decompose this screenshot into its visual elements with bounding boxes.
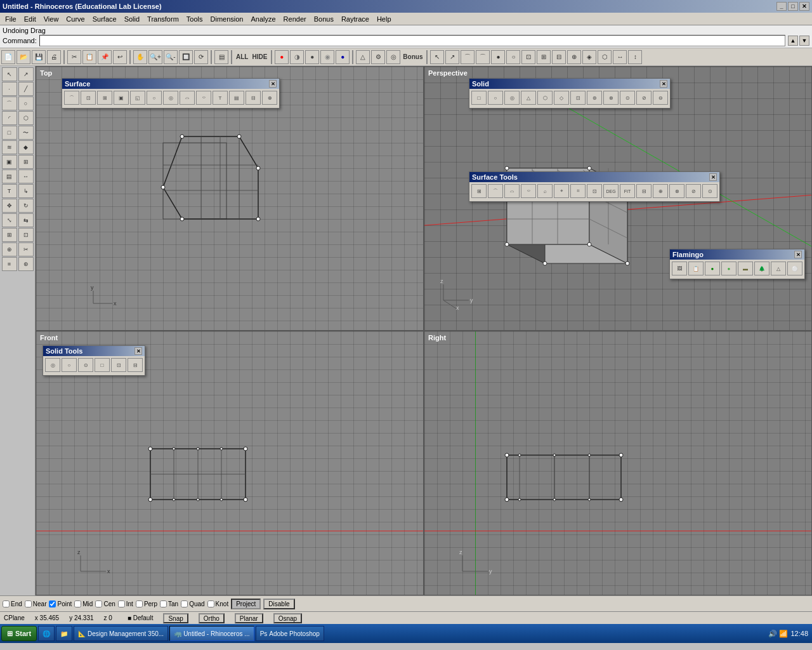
solid-btn12[interactable]: ⊖ — [653, 91, 668, 105]
tb-zoom-all[interactable]: 🔲 — [179, 50, 193, 64]
snap-near[interactable]: Near — [25, 600, 47, 607]
fl-btn3[interactable]: ● — [705, 262, 720, 275]
sb-curve[interactable]: ⌒ — [2, 96, 17, 110]
st-btn4[interactable]: ⌔ — [521, 184, 536, 198]
viewport-top[interactable]: Top Surface ✕ ⌒ ⊡ ⊞ ▣ ◱ ○ ◎ — [36, 66, 424, 331]
tb-bonus[interactable]: Bonus — [402, 53, 424, 60]
snap-toggle[interactable]: Snap — [163, 613, 188, 623]
fl-btn5[interactable]: ▬ — [738, 262, 753, 275]
taskbar-rhino[interactable]: 🦏 Untitled - Rhinoceros ... — [169, 626, 254, 641]
sb-hatch[interactable]: ▤ — [2, 169, 17, 183]
tb-snap3[interactable]: ⌒ — [461, 50, 475, 64]
sb-solid[interactable]: ◆ — [18, 140, 34, 154]
menu-analyze[interactable]: Analyze — [247, 14, 279, 24]
ortho-toggle[interactable]: Ortho — [199, 613, 225, 623]
snap-int[interactable]: Int — [118, 600, 133, 607]
solid-tools-titlebar[interactable]: Solid Tools ✕ — [43, 346, 145, 356]
sb-arc[interactable]: ◜ — [2, 111, 17, 125]
st-btn2[interactable]: ⌒ — [488, 184, 503, 198]
menu-render[interactable]: Render — [280, 14, 310, 24]
st-btn11[interactable]: ⊟ — [636, 184, 652, 198]
sb-surface[interactable]: ▣ — [2, 155, 17, 169]
sb-select[interactable]: ↖ — [2, 67, 17, 81]
tb-circle[interactable]: ◎ — [386, 50, 400, 64]
st-btn3[interactable]: ⌓ — [504, 184, 520, 198]
tb-snap1[interactable]: ↖ — [430, 50, 444, 64]
sb-rotate[interactable]: ↻ — [18, 199, 34, 213]
tb-snap5[interactable]: ● — [491, 50, 505, 64]
tb-snap10[interactable]: ⊕ — [567, 50, 581, 64]
tb-snap8[interactable]: ⊞ — [537, 50, 551, 64]
sb-snap[interactable]: ⊛ — [18, 257, 34, 271]
sb-trim[interactable]: ✂ — [18, 242, 34, 256]
maximize-button[interactable]: □ — [788, 2, 798, 11]
surface-panel-titlebar[interactable]: Surface ✕ — [62, 79, 279, 89]
sb-text[interactable]: T — [2, 184, 17, 198]
tb-copy[interactable]: 📋 — [82, 50, 96, 64]
menu-transform[interactable]: Transform — [143, 14, 183, 24]
start-button[interactable]: ⊞ Start — [1, 626, 37, 641]
sp-btn5[interactable]: ◱ — [130, 91, 145, 105]
tb-grid[interactable]: ▤ — [214, 50, 228, 64]
tb-open[interactable]: 📂 — [16, 50, 30, 64]
fl-btn4[interactable]: ● — [721, 262, 737, 275]
solid-btn5[interactable]: ⬡ — [537, 91, 553, 105]
solt-btn5[interactable]: ⊡ — [111, 358, 126, 372]
osnap-toggle[interactable]: Osnap — [273, 613, 302, 623]
sb-array[interactable]: ⊞ — [2, 228, 17, 242]
snap-point[interactable]: Point — [49, 600, 72, 607]
solid-panel-titlebar[interactable]: Solid ✕ — [469, 79, 670, 89]
minimize-button[interactable]: _ — [776, 2, 787, 11]
st-btn13[interactable]: ⊗ — [669, 184, 684, 198]
sb-line[interactable]: ╱ — [18, 82, 34, 96]
tb-undo[interactable]: ↩ — [113, 50, 127, 64]
solid-btn10[interactable]: ⊙ — [620, 91, 635, 105]
snap-mid[interactable]: Mid — [74, 600, 93, 607]
tb-sphere-shade[interactable]: ◉ — [320, 50, 334, 64]
tb-rotate[interactable]: ⟳ — [194, 50, 208, 64]
fl-btn2[interactable]: 📋 — [688, 262, 704, 275]
tb-print[interactable]: 🖨 — [47, 50, 61, 64]
sp-btn13[interactable]: ⊕ — [262, 91, 277, 105]
solid-btn2[interactable]: ○ — [488, 91, 503, 105]
viewport-right[interactable]: Right — [424, 331, 812, 595]
surface-tools-titlebar[interactable]: Surface Tools ✕ — [469, 172, 719, 182]
sp-btn7[interactable]: ◎ — [163, 91, 178, 105]
sp-btn6[interactable]: ○ — [147, 91, 162, 105]
sp-btn1[interactable]: ⌒ — [64, 91, 79, 105]
menu-help[interactable]: Help — [373, 14, 395, 24]
sb-polygon[interactable]: ⬡ — [18, 111, 34, 125]
menu-solid[interactable]: Solid — [121, 14, 143, 24]
sb-mirror[interactable]: ⇆ — [18, 213, 34, 227]
taskbar-design[interactable]: 📐 Design Management 350... — [74, 626, 168, 641]
cmd-scroll-down[interactable]: ▼ — [799, 36, 809, 46]
tb-paste[interactable]: 📌 — [98, 50, 112, 64]
flamingo-panel-titlebar[interactable]: Flamingo ✕ — [670, 249, 804, 260]
menu-view[interactable]: View — [40, 14, 63, 24]
sp-btn9[interactable]: ⌔ — [196, 91, 211, 105]
taskbar-photoshop[interactable]: Ps Adobe Photoshop — [256, 626, 324, 641]
solid-btn11[interactable]: ⊘ — [636, 91, 652, 105]
solid-panel-close[interactable]: ✕ — [660, 80, 667, 88]
viewport-front[interactable]: Front Solid Tools ✕ ◎ ○ ⊙ □ ⊡ ⊟ — [36, 331, 424, 595]
surface-tools-close[interactable]: ✕ — [709, 173, 717, 181]
sb-nurbs[interactable]: ≋ — [2, 140, 17, 154]
tb-pan[interactable]: ✋ — [133, 50, 147, 64]
surface-panel-close[interactable]: ✕ — [269, 80, 277, 88]
tb-color-red[interactable]: ● — [275, 50, 289, 64]
snap-quad[interactable]: Quad — [181, 600, 204, 607]
tb-snap2[interactable]: ↗ — [445, 50, 459, 64]
st-btn14[interactable]: ⊘ — [686, 184, 701, 198]
snap-tan[interactable]: Tan — [160, 600, 178, 607]
tb-snap12[interactable]: ⬡ — [598, 50, 612, 64]
st-btn9[interactable]: DEG — [603, 184, 619, 198]
viewport-perspective[interactable]: Perspective Solid ✕ □ ○ ◎ △ ⬡ ◇ — [424, 66, 812, 331]
taskbar-folder[interactable]: 📁 — [56, 626, 72, 641]
fl-btn7[interactable]: △ — [771, 262, 786, 275]
st-btn15[interactable]: ⊙ — [702, 184, 717, 198]
solid-btn7[interactable]: ⊡ — [570, 91, 586, 105]
tb-save[interactable]: 💾 — [32, 50, 46, 64]
solid-btn6[interactable]: ◇ — [554, 91, 569, 105]
menu-edit[interactable]: Edit — [20, 14, 40, 24]
flamingo-panel-close[interactable]: ✕ — [794, 251, 802, 258]
